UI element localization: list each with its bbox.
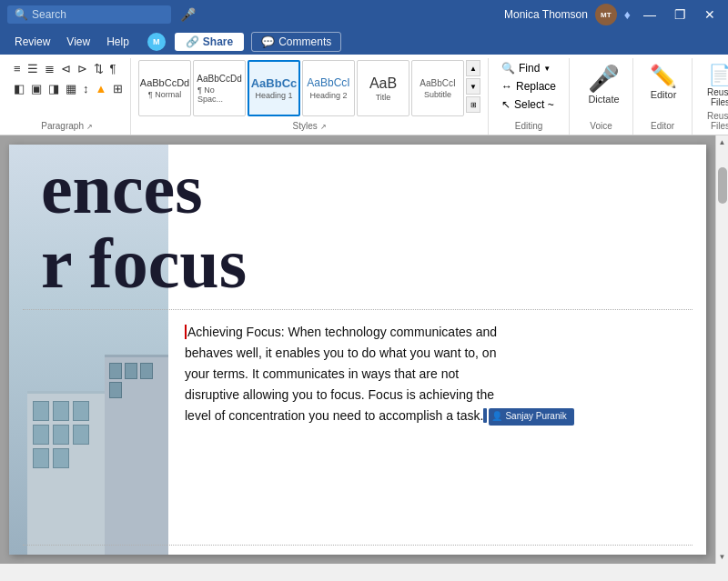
menu-review[interactable]: Review — [7, 32, 57, 52]
avatar: MT — [595, 4, 617, 25]
editing-group: 🔍 Find ▼ ↔ Replace ↖ Select ~ Editing — [489, 58, 570, 135]
align-center[interactable]: ▣ — [28, 80, 45, 97]
border-btn[interactable]: ⊞ — [110, 80, 126, 97]
collab-initials: M — [153, 37, 160, 46]
share-label: Share — [203, 35, 233, 48]
scroll-up-arrow[interactable]: ▲ — [716, 135, 728, 149]
body-content: Achieving Focus: When technology communi… — [168, 313, 697, 536]
reuse-button[interactable]: 📄 ReuseFiles — [700, 60, 728, 111]
menu-help[interactable]: Help — [99, 32, 136, 52]
paragraph-expand-icon[interactable]: ↗ — [86, 123, 93, 131]
gallery-up[interactable]: ▲ — [466, 60, 480, 76]
reuse-label: ReuseFiles — [707, 87, 728, 107]
sort-btn[interactable]: ⇅ — [91, 60, 106, 77]
scrollbar[interactable]: ▲ ▼ — [715, 135, 728, 564]
close-button[interactable]: ✕ — [699, 6, 721, 23]
body-paragraph: Achieving Focus: When technology communi… — [185, 322, 679, 426]
document-container: ences r focus Achieving Focus: When tech… — [0, 135, 728, 564]
style-normal-label: ¶ Normal — [148, 90, 181, 99]
search-icon: 🔍 — [15, 8, 28, 21]
find-button[interactable]: 🔍 Find ▼ — [496, 60, 561, 76]
list-btn-2[interactable]: ☰ — [25, 60, 41, 77]
diamond-icon: ♦ — [624, 7, 631, 22]
styles-label: Styles ↗ — [138, 121, 480, 133]
indent-decrease[interactable]: ⊲ — [58, 60, 74, 77]
editing-buttons: 🔍 Find ▼ ↔ Replace ↖ Select ~ — [496, 60, 561, 113]
top-divider — [23, 309, 693, 310]
gallery-arrows: ▲ ▼ ⊞ — [466, 60, 480, 113]
select-icon: ↖ — [501, 98, 511, 111]
selection-highlight — [483, 408, 487, 423]
menu-bar: Review View Help M 🔗 Share 💬 Comments — [0, 29, 728, 55]
minimize-button[interactable]: — — [638, 6, 662, 23]
search-placeholder: Search — [32, 8, 66, 21]
document-page: ences r focus Achieving Focus: When tech… — [9, 145, 706, 555]
style-heading1[interactable]: AaBbCc Heading 1 — [248, 60, 300, 116]
user-name: Monica Thomson — [504, 8, 588, 21]
style-nospace-preview: AaBbCcDd — [197, 74, 241, 85]
pilcrow-btn[interactable]: ¶ — [107, 60, 119, 77]
select-label: Select ~ — [514, 98, 554, 111]
style-no-space[interactable]: AaBbCcDd ¶ No Spac... — [193, 60, 246, 116]
paragraph-label: Paragraph ↗ — [11, 121, 123, 133]
style-title[interactable]: AaB Title — [357, 60, 410, 116]
dictate-button[interactable]: 🎤 Dictate — [577, 60, 631, 108]
restore-button[interactable]: ❐ — [669, 6, 692, 23]
list-btn-1[interactable]: ≡ — [11, 60, 24, 77]
heading-line2: r focus — [41, 224, 247, 303]
align-right[interactable]: ◨ — [46, 80, 62, 97]
gallery-expand[interactable]: ⊞ — [466, 96, 480, 113]
indent-increase[interactable]: ⊳ — [75, 60, 90, 77]
styles-expand-icon[interactable]: ↗ — [320, 123, 327, 131]
replace-button[interactable]: ↔ Replace — [496, 78, 561, 95]
editing-label: Editing — [496, 121, 561, 133]
microphone-icon: 🎤 — [588, 64, 620, 94]
comments-label: Comments — [278, 35, 331, 48]
style-title-label: Title — [376, 93, 391, 102]
select-button[interactable]: ↖ Select ~ — [496, 96, 561, 113]
dictate-label: Dictate — [588, 94, 619, 105]
collab-indicator: M — [147, 33, 166, 51]
avatar-initials: MT — [601, 11, 612, 19]
style-nospace-label: ¶ No Spac... — [197, 85, 241, 104]
style-gallery: AaBbCcDd ¶ Normal AaBbCcDd ¶ No Spac... … — [138, 60, 464, 116]
style-h2-label: Heading 2 — [309, 91, 347, 100]
reuse-label: Reuse Files — [700, 111, 728, 133]
share-button[interactable]: 🔗 Share — [175, 33, 244, 51]
title-bar: 🔍 Search 🎤 Monica Thomson MT ♦ — ❐ ✕ — [0, 0, 728, 29]
replace-label: Replace — [516, 80, 556, 93]
style-h2-preview: AaBbCcI — [307, 76, 349, 89]
align-justify[interactable]: ▦ — [63, 80, 79, 97]
align-left[interactable]: ◧ — [11, 80, 27, 97]
line-spacing[interactable]: ↕ — [80, 80, 92, 97]
reuse-icon: 📄 — [708, 64, 728, 87]
mic-button[interactable]: 🎤 — [180, 7, 196, 22]
search-box[interactable]: 🔍 Search — [7, 5, 171, 24]
title-bar-right: Monica Thomson MT ♦ — ❐ ✕ — [483, 4, 721, 25]
menu-view[interactable]: View — [59, 32, 97, 52]
editor-label: Editor — [651, 89, 677, 100]
comment-tag[interactable]: Sanjay Puranik — [489, 408, 573, 426]
voice-content: 🎤 Dictate — [577, 60, 631, 121]
paragraph-group: ≡ ☰ ≣ ⊲ ⊳ ⇅ ¶ ◧ ▣ ◨ ▦ ↕ ▲ — [4, 58, 131, 135]
comments-button[interactable]: 💬 Comments — [251, 32, 341, 52]
editing-content: 🔍 Find ▼ ↔ Replace ↖ Select ~ — [496, 60, 561, 121]
reuse-group: 📄 ReuseFiles Reuse Files — [693, 58, 728, 135]
style-normal[interactable]: AaBbCcDd ¶ Normal — [138, 60, 191, 116]
para-row-1: ≡ ☰ ≣ ⊲ ⊳ ⇅ ¶ — [11, 60, 126, 77]
style-heading2[interactable]: AaBbCcI Heading 2 — [302, 60, 355, 116]
paragraph-group-content: ≡ ☰ ≣ ⊲ ⊳ ⇅ ¶ ◧ ▣ ◨ ▦ ↕ ▲ — [11, 60, 126, 121]
style-h1-label: Heading 1 — [255, 91, 292, 100]
scroll-thumb[interactable] — [718, 167, 727, 204]
gallery-down[interactable]: ▼ — [466, 78, 480, 95]
shading-btn[interactable]: ▲ — [93, 80, 110, 97]
bottom-divider — [23, 545, 693, 546]
editor-button[interactable]: ✏️ Editor — [641, 60, 686, 104]
body-text-1: Achieving Focus: When technology communi… — [187, 325, 497, 339]
editor-content: ✏️ Editor — [641, 60, 686, 121]
voice-label: Voice — [577, 121, 625, 133]
styles-gallery: AaBbCcDd ¶ Normal AaBbCcDd ¶ No Spac... … — [138, 60, 480, 121]
list-btn-3[interactable]: ≣ — [42, 60, 57, 77]
style-subtitle[interactable]: AaBbCcI Subtitle — [411, 60, 464, 116]
scroll-down-arrow[interactable]: ▼ — [716, 550, 728, 564]
